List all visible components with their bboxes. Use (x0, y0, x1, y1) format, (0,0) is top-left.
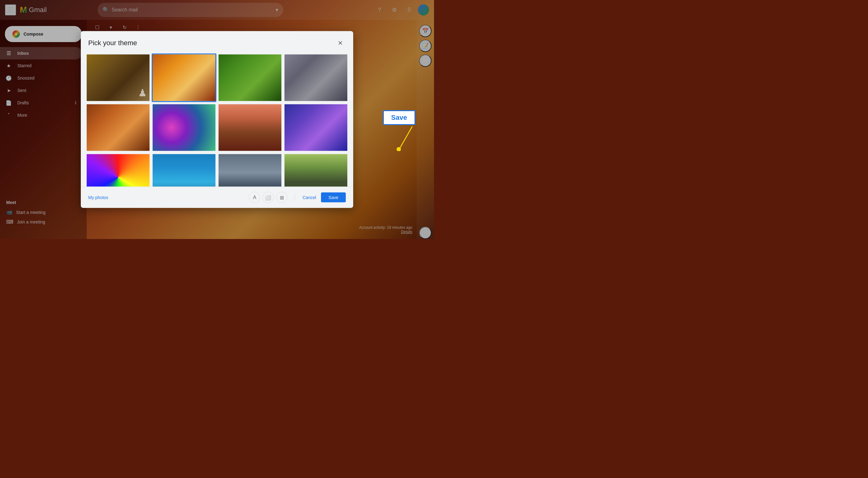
theme-grid: By: Romain Guy 🗑 (86, 54, 348, 187)
my-photos-label: My photos (88, 195, 108, 200)
theme-item-caterpillar[interactable] (218, 54, 282, 102)
cancel-label: Cancel (303, 195, 316, 200)
theme-item-canyon[interactable] (152, 54, 216, 102)
save-button[interactable]: Save (321, 192, 346, 203)
text-view-button[interactable]: A (249, 192, 260, 203)
dialog-footer: My photos A ⬜ ⊞ Cancel Save (81, 187, 353, 208)
theme-item-pipes[interactable] (284, 54, 348, 102)
dialog-close-button[interactable]: ✕ (335, 37, 346, 49)
footer-view-icons: A ⬜ ⊞ (249, 192, 287, 203)
save-label: Save (329, 195, 338, 200)
cancel-button[interactable]: Cancel (298, 192, 321, 203)
theme-item-storm[interactable]: By: Romain Guy 🗑 (218, 153, 282, 187)
theme-picker-dialog: Pick your theme ✕ (81, 31, 353, 208)
theme-item-forest[interactable] (284, 153, 348, 187)
dialog-overlay[interactable]: Pick your theme ✕ (0, 0, 434, 239)
dialog-title: Pick your theme (88, 39, 335, 47)
svg-line-0 (400, 126, 412, 148)
theme-item-jellyfish[interactable] (284, 103, 348, 152)
theme-item-canyon-river[interactable] (218, 103, 282, 152)
save-annotation-text: Save (391, 114, 407, 121)
grid-view-button[interactable]: ⊞ (276, 192, 287, 203)
theme-item-rainbow[interactable] (86, 153, 150, 187)
my-photos-button[interactable]: My photos (88, 192, 108, 203)
theme-item-dots[interactable] (152, 103, 216, 152)
box-view-button[interactable]: ⬜ (262, 192, 274, 203)
theme-grid-container[interactable]: By: Romain Guy 🗑 (81, 54, 353, 187)
theme-item-lake[interactable] (152, 153, 216, 187)
dialog-header: Pick your theme ✕ (81, 31, 353, 54)
save-annotation-box: Save (383, 110, 415, 125)
theme-item-chess[interactable] (86, 54, 150, 102)
save-annotation: Save (383, 110, 415, 125)
theme-item-autumn[interactable] (86, 103, 150, 152)
footer-divider (295, 194, 295, 201)
annotation-arrow (394, 126, 418, 151)
